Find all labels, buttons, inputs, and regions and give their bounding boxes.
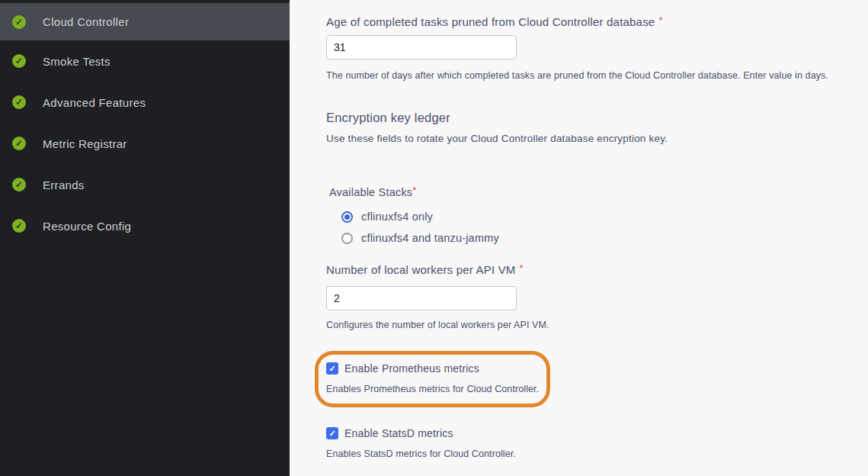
radio-option-label: cflinuxfs4 and tanzu-jammy (361, 232, 499, 244)
workers-help: Configures the number of local workers p… (326, 320, 549, 330)
required-asterisk: * (658, 14, 662, 26)
radio-selected-icon[interactable] (341, 211, 353, 223)
stacks-option-cflinuxfs4-and-tanzu-jammy[interactable]: cflinuxfs4 and tanzu-jammy (341, 232, 499, 244)
sidebar-item-resource-config[interactable]: ✓ Resource Config (0, 205, 290, 246)
check-icon: ✓ (15, 180, 23, 189)
sidebar-item-label: Metric Registrar (43, 137, 127, 150)
sidebar-item-smoke-tests[interactable]: ✓ Smoke Tests (0, 40, 290, 82)
statsd-help: Enables StatsD metrics for Cloud Control… (326, 449, 516, 459)
check-icon: ✓ (15, 139, 23, 148)
sidebar-item-label: Advanced Features (43, 96, 146, 109)
check-icon: ✓ (15, 56, 23, 66)
required-asterisk: * (412, 185, 416, 196)
sidebar-item-metric-registrar[interactable]: ✓ Metric Registrar (0, 123, 290, 164)
sidebar-item-label: Errands (43, 178, 85, 191)
prometheus-checkbox-row[interactable]: ✓ Enable Prometheus metrics (326, 362, 479, 375)
prometheus-checkbox-label: Enable Prometheus metrics (344, 362, 479, 375)
radio-option-label: cflinuxfs4 only (361, 211, 433, 223)
check-icon: ✓ (15, 221, 23, 230)
status-complete-icon: ✓ (12, 95, 26, 109)
sidebar-item-errands[interactable]: ✓ Errands (0, 164, 290, 205)
workers-input[interactable] (326, 286, 517, 310)
encryption-key-ledger-description: Use these fields to rotate your Cloud Co… (326, 133, 668, 144)
radio-unselected-icon[interactable] (341, 233, 353, 244)
available-stacks-label: Available Stacks* (329, 185, 417, 198)
pruned-age-label: Age of completed tasks pruned from Cloud… (326, 14, 663, 28)
check-icon: ✓ (328, 429, 335, 438)
sidebar-item-label: Resource Config (43, 220, 131, 233)
pruned-age-input[interactable] (326, 35, 517, 60)
status-complete-icon: ✓ (12, 137, 26, 150)
settings-sidebar: ✓ Cloud Controller ✓ Smoke Tests ✓ Advan… (0, 0, 290, 476)
workers-label: Number of local workers per API VM* (326, 262, 524, 276)
check-icon: ✓ (15, 98, 23, 107)
annotation-highlight-box (315, 351, 550, 407)
cloud-controller-settings-form: Age of completed tasks pruned from Cloud… (290, 0, 868, 476)
sidebar-item-label: Smoke Tests (43, 55, 111, 68)
stacks-option-cflinuxfs4-only[interactable]: cflinuxfs4 only (341, 211, 433, 223)
status-complete-icon: ✓ (12, 219, 26, 233)
available-stacks-label-text: Available Stacks (329, 186, 412, 198)
status-complete-icon: ✓ (12, 54, 26, 68)
status-complete-icon: ✓ (12, 178, 26, 191)
encryption-key-ledger-heading: Encryption key ledger (326, 111, 450, 125)
statsd-checkbox-label: Enable StatsD metrics (344, 427, 453, 439)
pruned-age-help: The number of days after which completed… (326, 70, 828, 81)
checkbox-checked-icon[interactable]: ✓ (326, 427, 338, 439)
check-icon: ✓ (15, 17, 23, 26)
check-icon: ✓ (328, 365, 335, 373)
statsd-checkbox-row[interactable]: ✓ Enable StatsD metrics (326, 427, 453, 439)
pruned-age-label-text: Age of completed tasks pruned from Cloud… (326, 15, 655, 28)
checkbox-checked-icon[interactable]: ✓ (326, 362, 338, 375)
sidebar-item-label: Cloud Controller (43, 15, 129, 28)
prometheus-help: Enables Prometheus metrics for Cloud Con… (326, 384, 539, 394)
sidebar-item-cloud-controller[interactable]: ✓ Cloud Controller (0, 3, 290, 40)
sidebar-item-advanced-features[interactable]: ✓ Advanced Features (0, 82, 290, 123)
workers-label-text: Number of local workers per API VM (326, 263, 516, 276)
required-asterisk: * (520, 262, 524, 274)
status-complete-icon: ✓ (12, 15, 26, 29)
